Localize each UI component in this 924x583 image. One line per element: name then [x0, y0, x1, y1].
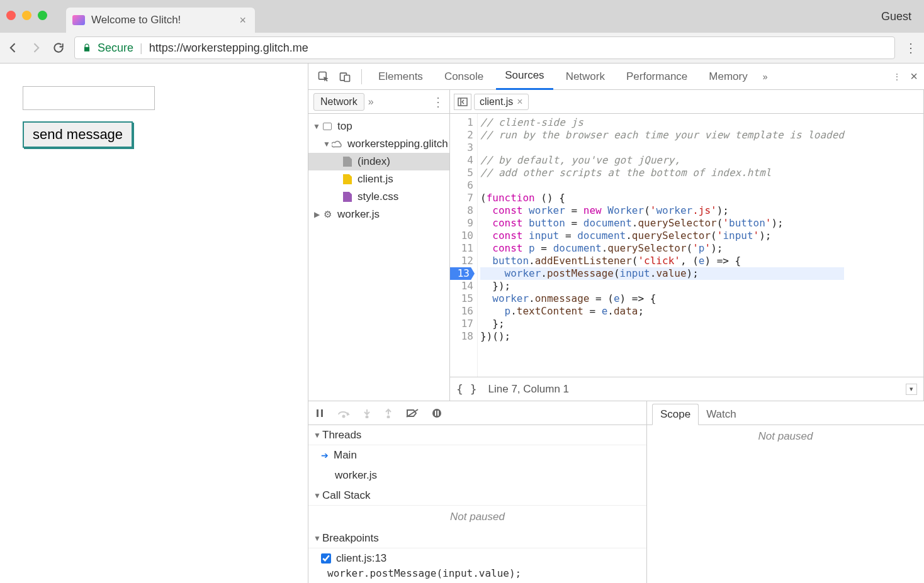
- toggle-navigator-icon[interactable]: [454, 94, 471, 110]
- main-area: send message Elements Console Sources Ne…: [0, 64, 924, 583]
- pause-icon[interactable]: [315, 408, 325, 418]
- lock-icon: [82, 43, 91, 53]
- inspect-element-icon[interactable]: [315, 68, 332, 86]
- message-input[interactable]: [23, 86, 155, 110]
- close-window-icon[interactable]: [6, 11, 16, 20]
- callstack-header[interactable]: ▼Call Stack: [308, 486, 646, 506]
- debugger-toolbar: [308, 401, 646, 425]
- tree-file-stylecss[interactable]: style.css: [308, 188, 449, 206]
- breakpoint-code: worker.postMessage(input.value);: [321, 567, 640, 579]
- navigator-menu-icon[interactable]: ⋮: [432, 94, 444, 109]
- devtools-settings-icon[interactable]: ⋮: [893, 72, 901, 82]
- secure-label: Secure: [98, 42, 133, 55]
- callstack-not-paused: Not paused: [308, 506, 646, 528]
- editor-tab-clientjs[interactable]: client.js ×: [474, 94, 529, 110]
- svg-rect-2: [344, 75, 349, 81]
- address-bar[interactable]: Secure | https://workerstepping.glitch.m…: [74, 36, 895, 59]
- svg-point-7: [343, 415, 345, 417]
- callstack-label: Call Stack: [322, 489, 371, 502]
- thread-main[interactable]: Main: [308, 445, 646, 465]
- editor-tabs: client.js ×: [450, 90, 923, 114]
- tab-watch[interactable]: Watch: [699, 404, 744, 425]
- tab-console[interactable]: Console: [436, 64, 492, 90]
- svg-rect-6: [321, 409, 323, 417]
- tree-workerjs[interactable]: ▶⚙worker.js: [308, 206, 449, 223]
- step-over-icon[interactable]: [337, 408, 350, 418]
- breakpoints-header[interactable]: ▼Breakpoints: [308, 528, 646, 548]
- tree-domain[interactable]: ▼workerstepping.glitch: [308, 135, 449, 153]
- file-tree: ▼top ▼workerstepping.glitch (index) clie…: [308, 114, 449, 227]
- tab-scope[interactable]: Scope: [652, 404, 699, 425]
- reload-button[interactable]: [52, 41, 65, 55]
- svg-rect-5: [317, 409, 318, 417]
- code-editor[interactable]: 123456789101112131415161718 // client-si…: [450, 114, 923, 377]
- editor-pane: client.js × 123456789101112131415161718 …: [450, 90, 924, 401]
- pretty-print-icon[interactable]: { }: [456, 382, 477, 396]
- tree-stylecss-label: style.css: [358, 191, 398, 203]
- tab-performance[interactable]: Performance: [617, 64, 696, 90]
- devtools: Elements Console Sources Network Perform…: [308, 64, 924, 583]
- back-button[interactable]: [6, 41, 20, 55]
- tab-sources[interactable]: Sources: [496, 64, 553, 90]
- tree-domain-label: workerstepping.glitch: [347, 138, 448, 150]
- step-into-icon[interactable]: [363, 408, 371, 418]
- navigator-overflow-icon[interactable]: »: [368, 96, 374, 108]
- thread-worker[interactable]: worker.js: [308, 465, 646, 486]
- devtools-tabs: Elements Console Sources Network Perform…: [308, 64, 924, 90]
- debugger-pane: ▼Threads Main worker.js ▼Call Stack Not …: [308, 401, 924, 583]
- tree-top[interactable]: ▼top: [308, 118, 449, 135]
- tab-elements[interactable]: Elements: [369, 64, 432, 90]
- tabs-overflow-icon[interactable]: »: [763, 72, 768, 82]
- tree-file-index[interactable]: (index): [308, 153, 449, 170]
- svg-point-8: [366, 416, 368, 418]
- devtools-close-icon[interactable]: ×: [910, 69, 918, 84]
- forward-button[interactable]: [29, 41, 43, 55]
- browser-menu-icon[interactable]: ⋮: [904, 40, 918, 55]
- scope-not-paused: Not paused: [647, 425, 924, 448]
- navigator-subtabs: Network » ⋮: [308, 90, 449, 114]
- send-message-button[interactable]: send message: [23, 121, 133, 148]
- window-controls: [6, 11, 47, 20]
- line-gutter[interactable]: 123456789101112131415161718: [450, 114, 478, 377]
- cursor-position: Line 7, Column 1: [488, 383, 570, 396]
- editor-statusbar: { } Line 7, Column 1 ▾: [450, 377, 923, 401]
- editor-tab-label: client.js: [480, 96, 513, 108]
- page-content: send message: [0, 64, 308, 583]
- tree-file-clientjs[interactable]: client.js: [308, 170, 449, 188]
- tab-network[interactable]: Network: [557, 64, 614, 90]
- browser-tab[interactable]: Welcome to Glitch! ×: [66, 8, 255, 33]
- debugger-left: ▼Threads Main worker.js ▼Call Stack Not …: [308, 401, 647, 583]
- device-toggle-icon[interactable]: [336, 68, 354, 86]
- tab-memory[interactable]: Memory: [700, 64, 756, 90]
- separator: |: [140, 42, 143, 55]
- svg-rect-13: [437, 411, 439, 416]
- tree-index-label: (index): [358, 155, 390, 168]
- maximize-window-icon[interactable]: [38, 11, 47, 20]
- minimize-window-icon[interactable]: [22, 11, 31, 20]
- threads-label: Threads: [322, 429, 361, 441]
- svg-point-11: [432, 409, 441, 418]
- threads-header[interactable]: ▼Threads: [308, 425, 646, 445]
- pause-on-exceptions-icon[interactable]: [432, 408, 442, 418]
- svg-point-9: [388, 416, 390, 418]
- toggle-console-icon[interactable]: ▾: [906, 384, 917, 395]
- sources-panel: Network » ⋮ ▼top ▼workerstepping.glitch …: [308, 90, 924, 401]
- tree-top-label: top: [337, 120, 352, 133]
- tree-workerjs-label: worker.js: [337, 208, 380, 221]
- svg-rect-12: [435, 411, 436, 416]
- code-body[interactable]: // client-side js// run by the browser e…: [478, 114, 849, 377]
- scope-watch-tabs: Scope Watch: [647, 401, 924, 425]
- tree-clientjs-label: client.js: [358, 173, 393, 186]
- breakpoints-label: Breakpoints: [322, 532, 379, 545]
- breakpoint-file-label: client.js:13: [336, 552, 386, 565]
- tab-close-icon[interactable]: ×: [239, 14, 246, 27]
- breakpoint-entry[interactable]: client.js:13 worker.postMessage(input.va…: [308, 548, 646, 583]
- deactivate-breakpoints-icon[interactable]: [405, 408, 419, 418]
- editor-tab-close-icon[interactable]: ×: [517, 96, 522, 108]
- favicon-icon: [72, 15, 85, 25]
- url-text: https://workerstepping.glitch.me: [149, 42, 308, 55]
- breakpoint-checkbox[interactable]: [321, 553, 331, 564]
- navigator-tab-network[interactable]: Network: [313, 93, 364, 111]
- step-out-icon[interactable]: [384, 408, 393, 418]
- profile-badge[interactable]: Guest: [881, 10, 911, 23]
